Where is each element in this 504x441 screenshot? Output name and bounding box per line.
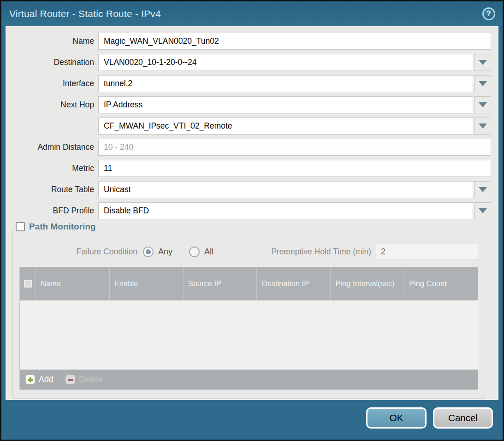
path-monitoring-table: Name Enable Source IP Destination IP Pin… bbox=[19, 267, 478, 390]
failure-condition-label: Failure Condition bbox=[19, 247, 143, 257]
preemptive-hold-time-label: Preemptive Hold Time (min) bbox=[271, 247, 376, 257]
failure-condition-all[interactable]: All bbox=[189, 247, 213, 257]
select-all-checkbox[interactable] bbox=[24, 280, 32, 288]
column-header-name[interactable]: Name bbox=[36, 267, 109, 300]
radio-all-icon[interactable] bbox=[189, 247, 200, 257]
preemptive-hold-time-group: Preemptive Hold Time (min) bbox=[271, 244, 478, 259]
bfd-profile-dropdown-button[interactable] bbox=[474, 202, 491, 219]
dialog-titlebar: Virtual Router - Static Route - IPv4 ? bbox=[1, 1, 503, 26]
radio-any-icon[interactable] bbox=[143, 247, 154, 257]
failure-condition-row: Failure Condition Any All Preemptive Hol… bbox=[19, 243, 478, 260]
next-hop-address-dropdown-button[interactable] bbox=[474, 118, 491, 135]
cancel-button[interactable]: Cancel bbox=[433, 407, 493, 429]
chevron-down-icon bbox=[479, 102, 487, 107]
table-body-empty bbox=[20, 300, 478, 370]
column-header-destination-ip[interactable]: Destination IP bbox=[256, 267, 330, 300]
route-table-row: Route Table bbox=[6, 181, 491, 198]
interface-dropdown-button[interactable] bbox=[474, 75, 491, 92]
delete-button[interactable]: Delete bbox=[65, 375, 103, 384]
chevron-down-icon bbox=[479, 187, 487, 192]
route-table-dropdown-button[interactable] bbox=[474, 181, 491, 198]
column-header-ping-interval[interactable]: Ping Interval(sec) bbox=[330, 267, 404, 300]
plus-icon bbox=[25, 375, 35, 384]
next-hop-label: Next Hop bbox=[6, 100, 98, 110]
admin-distance-row: Admin Distance bbox=[6, 139, 491, 156]
name-label: Name bbox=[6, 36, 98, 46]
dialog-title: Virtual Router - Static Route - IPv4 bbox=[9, 8, 161, 19]
chevron-down-icon bbox=[479, 208, 487, 213]
interface-label: Interface bbox=[6, 79, 98, 88]
bfd-profile-input[interactable] bbox=[98, 202, 473, 219]
next-hop-type-input[interactable] bbox=[98, 96, 473, 113]
chevron-down-icon bbox=[479, 81, 487, 86]
destination-row: Destination bbox=[6, 54, 491, 71]
admin-distance-input[interactable] bbox=[98, 139, 491, 156]
next-hop-row: Next Hop bbox=[6, 96, 491, 113]
delete-button-label: Delete bbox=[79, 375, 103, 384]
path-monitoring-legend: Path Monitoring bbox=[15, 222, 101, 232]
static-route-dialog: Virtual Router - Static Route - IPv4 ? N… bbox=[0, 0, 504, 441]
route-table-label: Route Table bbox=[6, 185, 98, 194]
metric-row: Metric bbox=[6, 160, 491, 177]
chevron-down-icon bbox=[479, 60, 487, 65]
table-toolbar: Add Delete bbox=[20, 370, 478, 389]
table-header-row: Name Enable Source IP Destination IP Pin… bbox=[20, 267, 478, 300]
path-monitoring-section: Path Monitoring Failure Condition Any Al… bbox=[12, 228, 485, 399]
name-row: Name bbox=[6, 33, 491, 50]
column-header-ping-count[interactable]: Ping Count bbox=[404, 267, 478, 300]
admin-distance-label: Admin Distance bbox=[6, 142, 98, 152]
destination-dropdown-button[interactable] bbox=[474, 54, 491, 71]
preemptive-hold-time-input[interactable] bbox=[376, 244, 478, 259]
dialog-content: Name Destination Interface Next Hop bbox=[6, 26, 498, 400]
interface-row: Interface bbox=[6, 75, 491, 92]
destination-input[interactable] bbox=[98, 54, 473, 71]
destination-label: Destination bbox=[6, 58, 98, 67]
add-button-label: Add bbox=[39, 375, 53, 384]
radio-all-label: All bbox=[204, 247, 213, 257]
interface-input[interactable] bbox=[98, 75, 473, 92]
radio-dot bbox=[146, 249, 151, 254]
column-header-enable[interactable]: Enable bbox=[109, 267, 183, 300]
metric-input[interactable] bbox=[98, 160, 491, 177]
route-table-input[interactable] bbox=[98, 181, 473, 198]
metric-label: Metric bbox=[6, 164, 98, 173]
radio-any-label: Any bbox=[158, 247, 172, 257]
path-monitoring-title: Path Monitoring bbox=[29, 222, 96, 232]
bfd-profile-label: BFD Profile bbox=[6, 206, 98, 216]
column-header-source-ip[interactable]: Source IP bbox=[183, 267, 257, 300]
name-input[interactable] bbox=[98, 33, 491, 50]
ok-button[interactable]: OK bbox=[366, 407, 427, 429]
next-hop-address-input[interactable] bbox=[98, 118, 473, 135]
help-icon[interactable]: ? bbox=[482, 7, 495, 20]
add-button[interactable]: Add bbox=[25, 375, 53, 384]
path-monitoring-checkbox[interactable] bbox=[16, 222, 25, 231]
next-hop-address-row bbox=[6, 118, 491, 135]
failure-condition-any[interactable]: Any bbox=[143, 247, 172, 257]
chevron-down-icon bbox=[479, 123, 487, 129]
radio-dot bbox=[192, 249, 197, 254]
next-hop-type-dropdown-button[interactable] bbox=[474, 96, 491, 113]
bfd-profile-row: BFD Profile bbox=[6, 202, 491, 219]
dialog-footer: OK Cancel bbox=[1, 400, 503, 440]
minus-icon bbox=[65, 375, 75, 384]
select-all-cell bbox=[20, 267, 36, 300]
